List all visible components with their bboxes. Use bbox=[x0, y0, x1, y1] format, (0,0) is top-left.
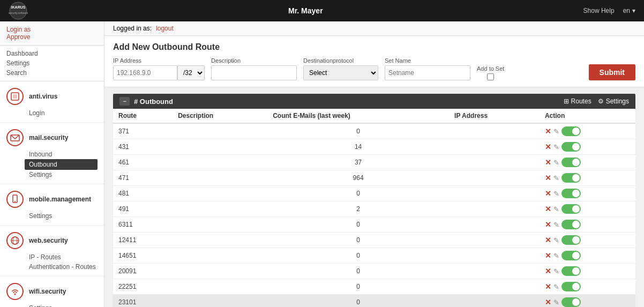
cell-ip bbox=[449, 264, 540, 279]
add-form-row: IP Address /32 /8 /16 /24 Description bbox=[113, 57, 635, 80]
cell-description bbox=[173, 264, 267, 279]
destination-select[interactable]: Select SMTP SMTPS HTTP HTTPS bbox=[303, 65, 378, 80]
cell-count: 14 bbox=[267, 139, 449, 155]
language-selector[interactable]: en ▾ bbox=[623, 7, 635, 14]
ip-address-input[interactable] bbox=[113, 65, 177, 80]
delete-button[interactable]: ✕ bbox=[545, 267, 551, 275]
edit-button[interactable]: ✎ bbox=[553, 298, 559, 306]
antivirus-icon bbox=[6, 88, 24, 105]
cell-count: 0 bbox=[267, 217, 449, 233]
delete-button[interactable]: ✕ bbox=[545, 189, 551, 198]
table-row: 222510✕✎ bbox=[113, 279, 635, 295]
cell-description bbox=[173, 170, 267, 186]
add-to-set-checkbox[interactable] bbox=[487, 73, 494, 80]
submit-button[interactable]: Submit bbox=[589, 64, 635, 80]
delete-button[interactable]: ✕ bbox=[545, 174, 551, 182]
sidebar-login-as[interactable]: Login as bbox=[6, 26, 98, 33]
col-route: Route bbox=[113, 109, 173, 123]
logged-in-bar: Logged in as: logout bbox=[104, 21, 644, 36]
col-count: Count E-Mails (last week) bbox=[267, 109, 449, 123]
delete-button[interactable]: ✕ bbox=[545, 282, 551, 291]
cell-ip bbox=[449, 155, 540, 170]
mobilemanagement-svg bbox=[10, 194, 20, 205]
sidebar-section-websecurity-header[interactable]: web.security bbox=[0, 230, 104, 252]
cell-description bbox=[173, 123, 267, 139]
edit-button[interactable]: ✎ bbox=[553, 221, 559, 229]
toggle-button[interactable] bbox=[561, 251, 581, 260]
toggle-button[interactable] bbox=[561, 282, 581, 291]
cell-route: 371 bbox=[113, 123, 173, 139]
sidebar-item-settings[interactable]: Settings bbox=[6, 58, 98, 68]
cell-action: ✕✎ bbox=[540, 170, 635, 186]
sidebar-section-mobilemanagement-header[interactable]: mobile.management bbox=[0, 189, 104, 211]
sidebar-section-antivirus-header[interactable]: anti.virus bbox=[0, 86, 104, 108]
collapse-button[interactable]: − bbox=[119, 97, 130, 106]
sidebar-antivirus-login[interactable]: Login bbox=[29, 108, 98, 118]
delete-button[interactable]: ✕ bbox=[545, 298, 551, 306]
delete-button[interactable]: ✕ bbox=[545, 143, 551, 151]
show-help-link[interactable]: Show Help bbox=[583, 7, 615, 14]
description-input[interactable] bbox=[211, 65, 297, 80]
delete-button[interactable]: ✕ bbox=[545, 220, 551, 229]
logo: IKARUS security.software bbox=[9, 1, 28, 20]
edit-button[interactable]: ✎ bbox=[553, 267, 559, 275]
edit-button[interactable]: ✎ bbox=[553, 205, 559, 213]
sidebar-mail-inbound[interactable]: Inbound bbox=[29, 149, 98, 159]
edit-button[interactable]: ✎ bbox=[553, 128, 559, 136]
toggle-button[interactable] bbox=[561, 297, 581, 307]
toggle-button[interactable] bbox=[561, 142, 581, 152]
edit-button[interactable]: ✎ bbox=[553, 190, 559, 198]
mobilemanagement-title: mobile.management bbox=[29, 196, 91, 203]
sidebar-item-dashboard[interactable]: Dashboard bbox=[6, 49, 98, 58]
sidebar-item-search[interactable]: Search bbox=[6, 68, 98, 78]
action-cell: ✕✎ bbox=[545, 220, 630, 229]
svg-point-11 bbox=[14, 294, 16, 295]
table-row: 46137✕✎ bbox=[113, 155, 635, 170]
sidebar-mobile-settings[interactable]: Settings bbox=[29, 211, 98, 221]
sidebar-web-auth-routes[interactable]: Authentication - Routes bbox=[29, 262, 98, 272]
delete-button[interactable]: ✕ bbox=[545, 205, 551, 213]
toggle-button[interactable] bbox=[561, 158, 581, 167]
sidebar-section-wifisecurity-header[interactable]: wifi.security bbox=[0, 281, 104, 303]
logout-link[interactable]: logout bbox=[156, 25, 174, 32]
sidebar-wifi-settings[interactable]: Settings bbox=[29, 303, 98, 307]
edit-button[interactable]: ✎ bbox=[553, 143, 559, 151]
sidebar-mail-outbound[interactable]: Outbound bbox=[25, 159, 98, 170]
setname-group: Set Name bbox=[385, 57, 470, 80]
settings-button[interactable]: ⚙ Settings bbox=[598, 98, 629, 105]
toggle-button[interactable] bbox=[561, 235, 581, 245]
delete-button[interactable]: ✕ bbox=[545, 127, 551, 136]
routes-button[interactable]: ⊞ Routes bbox=[564, 98, 591, 105]
action-cell: ✕✎ bbox=[545, 204, 630, 214]
edit-button[interactable]: ✎ bbox=[553, 174, 559, 182]
table-row: 146510✕✎ bbox=[113, 248, 635, 264]
cell-description bbox=[173, 155, 267, 170]
toggle-button[interactable] bbox=[561, 220, 581, 229]
cidr-select[interactable]: /32 /8 /16 /24 bbox=[177, 65, 205, 80]
sidebar-mail-settings[interactable]: Settings bbox=[29, 170, 98, 179]
cell-action: ✕✎ bbox=[540, 217, 635, 233]
edit-button[interactable]: ✎ bbox=[553, 159, 559, 167]
toggle-button[interactable] bbox=[561, 204, 581, 214]
toggle-button[interactable] bbox=[561, 266, 581, 276]
svg-rect-4 bbox=[13, 94, 17, 99]
routes-table-body: 3710✕✎43114✕✎46137✕✎471964✕✎4810✕✎4912✕✎… bbox=[113, 123, 635, 307]
delete-button[interactable]: ✕ bbox=[545, 158, 551, 167]
toggle-button[interactable] bbox=[561, 173, 581, 183]
toggle-button[interactable] bbox=[561, 126, 581, 136]
edit-button[interactable]: ✎ bbox=[553, 236, 559, 244]
edit-button[interactable]: ✎ bbox=[553, 283, 559, 291]
action-cell: ✕✎ bbox=[545, 297, 630, 307]
edit-button[interactable]: ✎ bbox=[553, 252, 559, 260]
toggle-button[interactable] bbox=[561, 189, 581, 198]
sidebar-web-ip-routes[interactable]: IP - Routes bbox=[29, 252, 98, 262]
delete-button[interactable]: ✕ bbox=[545, 251, 551, 260]
sidebar-section-mailsecurity-header[interactable]: mail.security bbox=[0, 127, 104, 149]
setname-input[interactable] bbox=[385, 65, 470, 80]
routes-label: Routes bbox=[571, 98, 591, 105]
logged-in-label: Logged in as: bbox=[113, 25, 152, 32]
add-to-set-group: Add to Set bbox=[477, 65, 504, 80]
mailsecurity-icon bbox=[6, 129, 24, 146]
delete-button[interactable]: ✕ bbox=[545, 236, 551, 244]
sidebar-approve[interactable]: Approve bbox=[6, 33, 98, 41]
